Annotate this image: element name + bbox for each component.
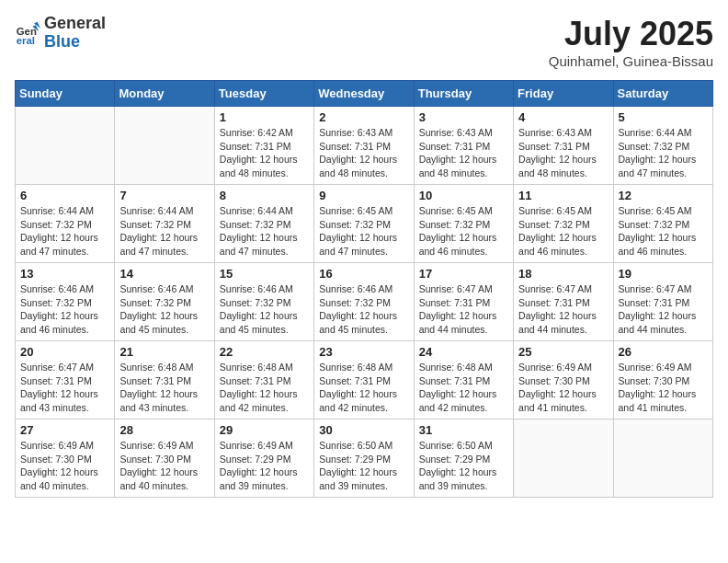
day-number: 1 [220, 110, 309, 124]
weekday-header: Sunday [16, 81, 115, 107]
day-info: Sunrise: 6:42 AM Sunset: 7:31 PM Dayligh… [220, 126, 309, 180]
calendar-cell: 1Sunrise: 6:42 AM Sunset: 7:31 PM Daylig… [214, 107, 313, 185]
calendar-cell: 2Sunrise: 6:43 AM Sunset: 7:31 PM Daylig… [314, 107, 414, 185]
calendar-week-row: 20Sunrise: 6:47 AM Sunset: 7:31 PM Dayli… [16, 341, 713, 419]
day-number: 28 [119, 423, 209, 437]
calendar-cell: 28Sunrise: 6:49 AM Sunset: 7:30 PM Dayli… [115, 419, 214, 498]
day-number: 9 [319, 189, 408, 202]
day-info: Sunrise: 6:46 AM Sunset: 7:32 PM Dayligh… [119, 282, 209, 337]
weekday-header: Friday [514, 81, 613, 107]
logo-general-text: General [44, 14, 106, 32]
day-info: Sunrise: 6:48 AM Sunset: 7:31 PM Dayligh… [419, 361, 508, 415]
day-info: Sunrise: 6:48 AM Sunset: 7:31 PM Dayligh… [220, 361, 309, 415]
day-number: 27 [20, 423, 109, 437]
calendar-cell: 27Sunrise: 6:49 AM Sunset: 7:30 PM Dayli… [16, 419, 115, 498]
day-info: Sunrise: 6:45 AM Sunset: 7:32 PM Dayligh… [319, 204, 408, 259]
calendar-cell [514, 419, 613, 498]
day-info: Sunrise: 6:45 AM Sunset: 7:32 PM Dayligh… [419, 204, 508, 259]
day-info: Sunrise: 6:49 AM Sunset: 7:30 PM Dayligh… [119, 439, 209, 493]
day-info: Sunrise: 6:47 AM Sunset: 7:31 PM Dayligh… [20, 361, 109, 415]
calendar-week-row: 1Sunrise: 6:42 AM Sunset: 7:31 PM Daylig… [16, 107, 713, 185]
calendar-cell: 16Sunrise: 6:46 AM Sunset: 7:32 PM Dayli… [314, 263, 414, 341]
calendar-week-row: 13Sunrise: 6:46 AM Sunset: 7:32 PM Dayli… [16, 263, 713, 341]
calendar-cell: 8Sunrise: 6:44 AM Sunset: 7:32 PM Daylig… [214, 185, 313, 263]
calendar-cell: 25Sunrise: 6:49 AM Sunset: 7:30 PM Dayli… [514, 341, 613, 419]
calendar-cell: 21Sunrise: 6:48 AM Sunset: 7:31 PM Dayli… [115, 341, 214, 419]
logo: Gen eral General Blue [15, 15, 106, 52]
day-number: 3 [419, 110, 508, 124]
day-info: Sunrise: 6:44 AM Sunset: 7:32 PM Dayligh… [119, 204, 209, 259]
day-number: 14 [119, 267, 209, 281]
day-number: 31 [419, 423, 508, 437]
day-number: 21 [119, 345, 209, 359]
day-info: Sunrise: 6:46 AM Sunset: 7:32 PM Dayligh… [220, 282, 309, 337]
calendar-cell: 15Sunrise: 6:46 AM Sunset: 7:32 PM Dayli… [214, 263, 313, 341]
day-number: 10 [419, 189, 508, 202]
calendar-cell [16, 107, 115, 185]
calendar-cell: 14Sunrise: 6:46 AM Sunset: 7:32 PM Dayli… [115, 263, 214, 341]
day-number: 17 [419, 267, 508, 281]
day-info: Sunrise: 6:48 AM Sunset: 7:31 PM Dayligh… [119, 361, 209, 415]
calendar-cell: 9Sunrise: 6:45 AM Sunset: 7:32 PM Daylig… [314, 185, 414, 263]
weekday-header: Wednesday [314, 81, 414, 107]
calendar-cell: 6Sunrise: 6:44 AM Sunset: 7:32 PM Daylig… [16, 185, 115, 263]
day-number: 2 [319, 110, 408, 124]
day-info: Sunrise: 6:46 AM Sunset: 7:32 PM Dayligh… [20, 282, 109, 337]
calendar-cell: 4Sunrise: 6:43 AM Sunset: 7:31 PM Daylig… [514, 107, 613, 185]
calendar-cell: 31Sunrise: 6:50 AM Sunset: 7:29 PM Dayli… [414, 419, 513, 498]
day-info: Sunrise: 6:43 AM Sunset: 7:31 PM Dayligh… [419, 126, 508, 180]
day-info: Sunrise: 6:49 AM Sunset: 7:30 PM Dayligh… [20, 439, 109, 493]
calendar-cell: 13Sunrise: 6:46 AM Sunset: 7:32 PM Dayli… [16, 263, 115, 341]
calendar-week-row: 27Sunrise: 6:49 AM Sunset: 7:30 PM Dayli… [16, 419, 713, 498]
day-info: Sunrise: 6:49 AM Sunset: 7:30 PM Dayligh… [619, 361, 708, 415]
calendar-cell: 11Sunrise: 6:45 AM Sunset: 7:32 PM Dayli… [514, 185, 613, 263]
day-info: Sunrise: 6:47 AM Sunset: 7:31 PM Dayligh… [419, 282, 508, 337]
day-info: Sunrise: 6:47 AM Sunset: 7:31 PM Dayligh… [518, 282, 608, 337]
calendar-cell [613, 419, 712, 498]
calendar-cell: 22Sunrise: 6:48 AM Sunset: 7:31 PM Dayli… [214, 341, 313, 419]
day-number: 11 [518, 189, 608, 202]
day-number: 15 [220, 267, 309, 281]
day-number: 13 [20, 267, 109, 281]
day-number: 25 [518, 345, 608, 359]
calendar-cell: 5Sunrise: 6:44 AM Sunset: 7:32 PM Daylig… [613, 107, 712, 185]
day-info: Sunrise: 6:48 AM Sunset: 7:31 PM Dayligh… [319, 361, 408, 415]
calendar-table: SundayMondayTuesdayWednesdayThursdayFrid… [15, 80, 713, 498]
day-info: Sunrise: 6:50 AM Sunset: 7:29 PM Dayligh… [319, 439, 408, 493]
day-number: 12 [619, 189, 708, 202]
day-number: 26 [619, 345, 708, 359]
weekday-header: Thursday [414, 81, 513, 107]
day-number: 7 [119, 189, 209, 202]
day-number: 16 [319, 267, 408, 281]
calendar-cell: 29Sunrise: 6:49 AM Sunset: 7:29 PM Dayli… [214, 419, 313, 498]
day-number: 20 [20, 345, 109, 359]
calendar-cell: 7Sunrise: 6:44 AM Sunset: 7:32 PM Daylig… [115, 185, 214, 263]
location: Quinhamel, Guinea-Bissau [549, 53, 713, 69]
calendar-cell [115, 107, 214, 185]
calendar-cell: 20Sunrise: 6:47 AM Sunset: 7:31 PM Dayli… [16, 341, 115, 419]
day-info: Sunrise: 6:47 AM Sunset: 7:31 PM Dayligh… [619, 282, 708, 337]
month-title: July 2025 [549, 15, 713, 53]
day-info: Sunrise: 6:43 AM Sunset: 7:31 PM Dayligh… [319, 126, 408, 180]
day-info: Sunrise: 6:45 AM Sunset: 7:32 PM Dayligh… [619, 204, 708, 259]
weekday-header-row: SundayMondayTuesdayWednesdayThursdayFrid… [16, 81, 713, 107]
weekday-header: Saturday [613, 81, 712, 107]
day-number: 4 [518, 110, 608, 124]
day-number: 22 [220, 345, 309, 359]
day-info: Sunrise: 6:44 AM Sunset: 7:32 PM Dayligh… [220, 204, 309, 259]
weekday-header: Tuesday [214, 81, 313, 107]
day-number: 19 [619, 267, 708, 281]
title-block: July 2025 Quinhamel, Guinea-Bissau [549, 15, 713, 69]
day-number: 23 [319, 345, 408, 359]
day-info: Sunrise: 6:44 AM Sunset: 7:32 PM Dayligh… [619, 126, 708, 180]
day-info: Sunrise: 6:49 AM Sunset: 7:30 PM Dayligh… [518, 361, 608, 415]
svg-text:eral: eral [17, 35, 35, 46]
calendar-cell: 24Sunrise: 6:48 AM Sunset: 7:31 PM Dayli… [414, 341, 513, 419]
day-info: Sunrise: 6:45 AM Sunset: 7:32 PM Dayligh… [518, 204, 608, 259]
day-info: Sunrise: 6:50 AM Sunset: 7:29 PM Dayligh… [419, 439, 508, 493]
calendar-cell: 30Sunrise: 6:50 AM Sunset: 7:29 PM Dayli… [314, 419, 414, 498]
calendar-cell: 10Sunrise: 6:45 AM Sunset: 7:32 PM Dayli… [414, 185, 513, 263]
logo-blue-text: Blue [44, 32, 80, 51]
calendar-cell: 23Sunrise: 6:48 AM Sunset: 7:31 PM Dayli… [314, 341, 414, 419]
calendar-week-row: 6Sunrise: 6:44 AM Sunset: 7:32 PM Daylig… [16, 185, 713, 263]
